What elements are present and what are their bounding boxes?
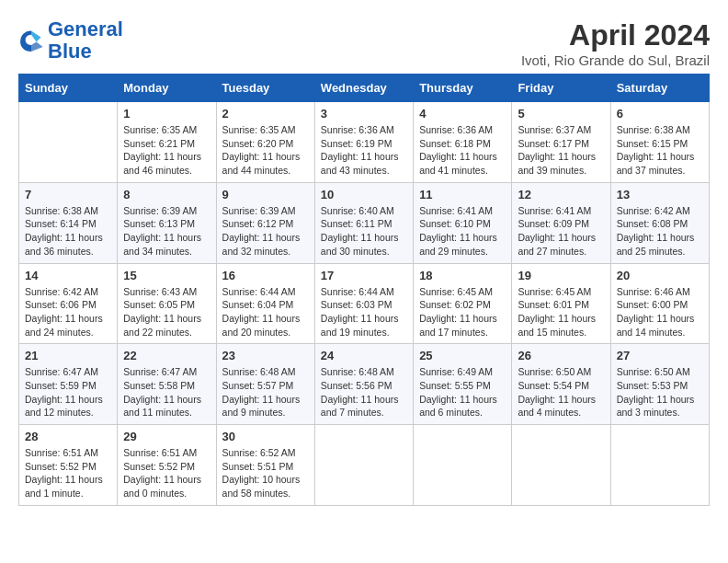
week-row-3: 14Sunrise: 6:42 AM Sunset: 6:06 PM Dayli… bbox=[19, 263, 710, 344]
day-cell: 28Sunrise: 6:51 AM Sunset: 5:52 PM Dayli… bbox=[19, 425, 118, 506]
day-cell: 18Sunrise: 6:45 AM Sunset: 6:02 PM Dayli… bbox=[414, 263, 512, 344]
day-cell: 13Sunrise: 6:42 AM Sunset: 6:08 PM Dayli… bbox=[610, 182, 709, 263]
header-cell-wednesday: Wednesday bbox=[314, 75, 413, 102]
day-cell: 6Sunrise: 6:38 AM Sunset: 6:15 PM Daylig… bbox=[610, 102, 709, 183]
day-number: 3 bbox=[321, 107, 407, 121]
day-number: 12 bbox=[518, 188, 604, 201]
day-number: 16 bbox=[222, 269, 309, 282]
day-number: 30 bbox=[222, 430, 309, 443]
day-cell: 9Sunrise: 6:39 AM Sunset: 6:12 PM Daylig… bbox=[216, 182, 314, 263]
day-cell bbox=[512, 425, 610, 506]
day-info: Sunrise: 6:39 AM Sunset: 6:13 PM Dayligh… bbox=[123, 204, 210, 259]
day-number: 24 bbox=[321, 349, 407, 362]
header-cell-monday: Monday bbox=[118, 75, 216, 102]
day-number: 5 bbox=[518, 107, 604, 121]
day-number: 21 bbox=[25, 349, 111, 362]
day-cell bbox=[414, 425, 512, 506]
day-number: 19 bbox=[518, 269, 604, 282]
day-cell: 26Sunrise: 6:50 AM Sunset: 5:54 PM Dayli… bbox=[512, 344, 610, 425]
header-row: SundayMondayTuesdayWednesdayThursdayFrid… bbox=[19, 75, 710, 102]
day-cell: 11Sunrise: 6:41 AM Sunset: 6:10 PM Dayli… bbox=[414, 182, 512, 263]
day-info: Sunrise: 6:42 AM Sunset: 6:06 PM Dayligh… bbox=[25, 285, 111, 339]
day-info: Sunrise: 6:51 AM Sunset: 5:52 PM Dayligh… bbox=[25, 446, 111, 500]
week-row-5: 28Sunrise: 6:51 AM Sunset: 5:52 PM Dayli… bbox=[19, 425, 710, 506]
logo: General Blue bbox=[18, 18, 123, 63]
day-info: Sunrise: 6:39 AM Sunset: 6:12 PM Dayligh… bbox=[222, 204, 309, 259]
day-number: 9 bbox=[222, 188, 309, 201]
page-header: General Blue April 2024 Ivoti, Rio Grand… bbox=[18, 18, 710, 68]
day-cell: 4Sunrise: 6:36 AM Sunset: 6:18 PM Daylig… bbox=[414, 102, 512, 183]
day-info: Sunrise: 6:41 AM Sunset: 6:09 PM Dayligh… bbox=[518, 204, 604, 259]
header-cell-saturday: Saturday bbox=[610, 75, 709, 102]
day-cell: 29Sunrise: 6:51 AM Sunset: 5:52 PM Dayli… bbox=[118, 425, 216, 506]
day-info: Sunrise: 6:36 AM Sunset: 6:19 PM Dayligh… bbox=[321, 123, 407, 178]
day-cell bbox=[19, 102, 118, 183]
day-info: Sunrise: 6:43 AM Sunset: 6:05 PM Dayligh… bbox=[123, 285, 210, 339]
week-row-1: 1Sunrise: 6:35 AM Sunset: 6:21 PM Daylig… bbox=[19, 102, 710, 183]
day-info: Sunrise: 6:50 AM Sunset: 5:53 PM Dayligh… bbox=[617, 365, 703, 419]
month-title: April 2024 bbox=[521, 18, 710, 52]
day-info: Sunrise: 6:38 AM Sunset: 6:15 PM Dayligh… bbox=[617, 123, 703, 178]
day-cell: 21Sunrise: 6:47 AM Sunset: 5:59 PM Dayli… bbox=[19, 344, 118, 425]
day-cell: 12Sunrise: 6:41 AM Sunset: 6:09 PM Dayli… bbox=[512, 182, 610, 263]
day-number: 26 bbox=[518, 349, 604, 362]
day-number: 29 bbox=[123, 430, 210, 443]
day-cell bbox=[610, 425, 709, 506]
day-number: 20 bbox=[617, 269, 703, 282]
header-cell-thursday: Thursday bbox=[414, 75, 512, 102]
day-number: 2 bbox=[222, 107, 309, 121]
day-number: 1 bbox=[123, 107, 210, 121]
day-cell: 20Sunrise: 6:46 AM Sunset: 6:00 PM Dayli… bbox=[610, 263, 709, 344]
day-number: 25 bbox=[419, 349, 506, 362]
day-cell: 8Sunrise: 6:39 AM Sunset: 6:13 PM Daylig… bbox=[118, 182, 216, 263]
day-cell: 24Sunrise: 6:48 AM Sunset: 5:56 PM Dayli… bbox=[314, 344, 413, 425]
day-info: Sunrise: 6:48 AM Sunset: 5:57 PM Dayligh… bbox=[222, 365, 309, 419]
day-number: 23 bbox=[222, 349, 309, 362]
day-cell: 27Sunrise: 6:50 AM Sunset: 5:53 PM Dayli… bbox=[610, 344, 709, 425]
header-cell-sunday: Sunday bbox=[19, 75, 118, 102]
day-number: 7 bbox=[25, 188, 111, 201]
day-info: Sunrise: 6:36 AM Sunset: 6:18 PM Dayligh… bbox=[419, 123, 506, 178]
day-number: 6 bbox=[617, 107, 703, 121]
day-number: 14 bbox=[25, 269, 111, 282]
calendar-table: SundayMondayTuesdayWednesdayThursdayFrid… bbox=[18, 74, 710, 506]
day-cell: 1Sunrise: 6:35 AM Sunset: 6:21 PM Daylig… bbox=[118, 102, 216, 183]
logo-icon bbox=[18, 28, 44, 53]
day-info: Sunrise: 6:35 AM Sunset: 6:20 PM Dayligh… bbox=[222, 123, 309, 178]
day-number: 4 bbox=[419, 107, 506, 121]
day-cell: 5Sunrise: 6:37 AM Sunset: 6:17 PM Daylig… bbox=[512, 102, 610, 183]
day-number: 11 bbox=[419, 188, 506, 201]
week-row-2: 7Sunrise: 6:38 AM Sunset: 6:14 PM Daylig… bbox=[19, 182, 710, 263]
day-cell bbox=[314, 425, 413, 506]
day-info: Sunrise: 6:45 AM Sunset: 6:01 PM Dayligh… bbox=[518, 285, 604, 339]
day-info: Sunrise: 6:44 AM Sunset: 6:03 PM Dayligh… bbox=[321, 285, 407, 339]
day-cell: 14Sunrise: 6:42 AM Sunset: 6:06 PM Dayli… bbox=[19, 263, 118, 344]
header-cell-tuesday: Tuesday bbox=[216, 75, 314, 102]
day-info: Sunrise: 6:51 AM Sunset: 5:52 PM Dayligh… bbox=[123, 446, 210, 500]
day-info: Sunrise: 6:40 AM Sunset: 6:11 PM Dayligh… bbox=[321, 204, 407, 259]
header-cell-friday: Friday bbox=[512, 75, 610, 102]
day-number: 10 bbox=[321, 188, 407, 201]
day-info: Sunrise: 6:44 AM Sunset: 6:04 PM Dayligh… bbox=[222, 285, 309, 339]
day-number: 13 bbox=[617, 188, 703, 201]
logo-text: General Blue bbox=[48, 18, 123, 63]
location: Ivoti, Rio Grande do Sul, Brazil bbox=[521, 52, 710, 68]
day-number: 22 bbox=[123, 349, 210, 362]
day-cell: 17Sunrise: 6:44 AM Sunset: 6:03 PM Dayli… bbox=[314, 263, 413, 344]
day-cell: 2Sunrise: 6:35 AM Sunset: 6:20 PM Daylig… bbox=[216, 102, 314, 183]
day-info: Sunrise: 6:46 AM Sunset: 6:00 PM Dayligh… bbox=[617, 285, 703, 339]
day-cell: 22Sunrise: 6:47 AM Sunset: 5:58 PM Dayli… bbox=[118, 344, 216, 425]
day-info: Sunrise: 6:42 AM Sunset: 6:08 PM Dayligh… bbox=[617, 204, 703, 259]
day-cell: 3Sunrise: 6:36 AM Sunset: 6:19 PM Daylig… bbox=[314, 102, 413, 183]
day-info: Sunrise: 6:35 AM Sunset: 6:21 PM Dayligh… bbox=[123, 123, 210, 178]
day-number: 28 bbox=[25, 430, 111, 443]
day-cell: 30Sunrise: 6:52 AM Sunset: 5:51 PM Dayli… bbox=[216, 425, 314, 506]
day-cell: 10Sunrise: 6:40 AM Sunset: 6:11 PM Dayli… bbox=[314, 182, 413, 263]
day-info: Sunrise: 6:47 AM Sunset: 5:59 PM Dayligh… bbox=[25, 365, 111, 419]
week-row-4: 21Sunrise: 6:47 AM Sunset: 5:59 PM Dayli… bbox=[19, 344, 710, 425]
day-info: Sunrise: 6:49 AM Sunset: 5:55 PM Dayligh… bbox=[419, 365, 506, 419]
day-cell: 23Sunrise: 6:48 AM Sunset: 5:57 PM Dayli… bbox=[216, 344, 314, 425]
title-block: April 2024 Ivoti, Rio Grande do Sul, Bra… bbox=[521, 18, 710, 68]
day-info: Sunrise: 6:37 AM Sunset: 6:17 PM Dayligh… bbox=[518, 123, 604, 178]
day-info: Sunrise: 6:48 AM Sunset: 5:56 PM Dayligh… bbox=[321, 365, 407, 419]
